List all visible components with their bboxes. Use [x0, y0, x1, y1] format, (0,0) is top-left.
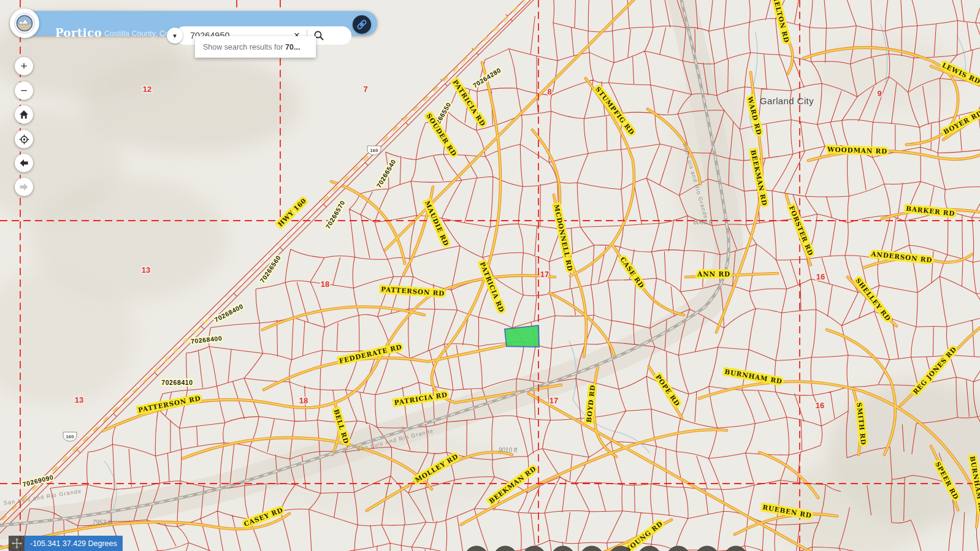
app-title: Portico — [55, 26, 102, 39]
home-button[interactable] — [15, 105, 33, 124]
search-dropdown-button[interactable]: ▾ — [167, 28, 183, 44]
suggestion-text: Show search results for — [203, 43, 285, 51]
section-number-label: 12 — [143, 85, 151, 94]
move-crosshair-icon — [12, 538, 22, 549]
selected-parcel-highlight[interactable] — [505, 325, 539, 347]
section-number-label: 16 — [816, 401, 824, 410]
suggestion-ellipsis: ... — [294, 43, 300, 51]
share-link-button[interactable] — [353, 15, 371, 34]
section-number-label: 7 — [363, 85, 367, 94]
caret-down-icon: ▾ — [173, 32, 177, 40]
county-seal-logo[interactable] — [10, 9, 39, 38]
pan-tool-box — [9, 536, 25, 551]
county-seal-icon — [13, 12, 36, 34]
section-number-label: 18 — [299, 396, 308, 405]
section-number-label: 17 — [540, 270, 549, 279]
section-number-label: 18 — [321, 279, 329, 289]
section-number-label: 16 — [816, 272, 825, 281]
elevation-label: 8060 ft — [694, 219, 713, 226]
highway-shield-160: 160 — [367, 146, 381, 155]
arrow-left-icon — [19, 158, 29, 168]
highway-shield-160: 160 — [63, 432, 77, 441]
link-icon — [356, 19, 367, 30]
home-icon — [19, 110, 29, 120]
back-button[interactable] — [15, 154, 33, 172]
map-canvas[interactable]: 160160San Luis and Rio GrandeSan Luis an… — [0, 0, 980, 551]
header-bar: Portico Costilla County, Colorado ▾ × — [11, 11, 377, 36]
city-label: Garland City — [760, 96, 814, 106]
svg-text:160: 160 — [370, 148, 378, 153]
section-number-label: 13 — [142, 265, 150, 275]
coordinate-readout: -105.341 37.429 Degrees — [25, 536, 123, 551]
elevation-label: 9010 ft — [499, 447, 518, 454]
parcel-number-label: 70268410 — [161, 379, 193, 386]
suggestion-term: 70 — [285, 43, 294, 51]
zoom-out-button[interactable]: − — [15, 82, 33, 100]
section-number-label: 9 — [877, 89, 881, 98]
section-number-label: 8 — [547, 87, 551, 96]
svg-text:160: 160 — [66, 434, 74, 439]
zoom-in-button[interactable]: + — [15, 57, 33, 75]
road-label: ANN RD — [697, 270, 730, 278]
locate-target-icon — [19, 134, 29, 145]
arrow-right-icon — [19, 182, 29, 192]
locate-button[interactable] — [15, 130, 33, 148]
elevation-label: 7953 ft — [93, 519, 112, 526]
forward-button[interactable] — [15, 178, 33, 196]
search-suggestion-item[interactable]: Show search results for 70... — [195, 36, 316, 58]
section-number-label: 13 — [75, 395, 83, 405]
section-number-label: 17 — [549, 396, 558, 405]
